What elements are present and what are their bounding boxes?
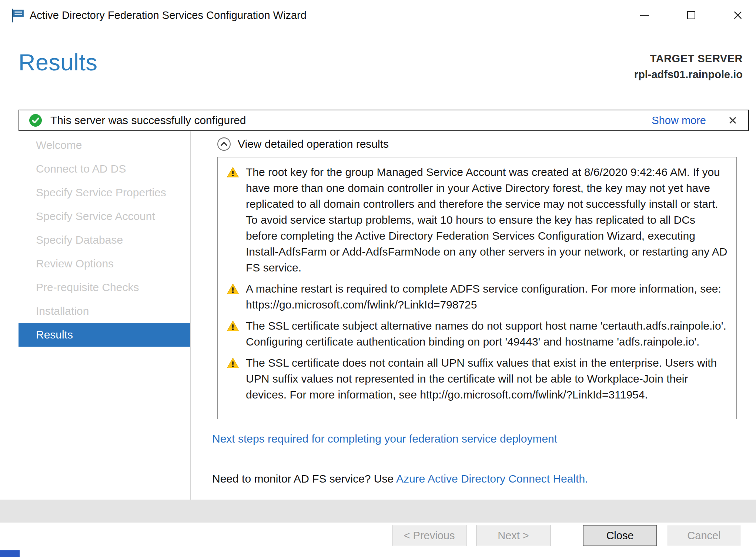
close-icon [733,10,743,20]
sidebar-item-connect-to-ad-ds[interactable]: Connect to AD DS [19,157,190,181]
page-title: Results [19,49,98,76]
sidebar-item-specify-service-properties[interactable]: Specify Service Properties [19,181,190,204]
warning-text: A machine restart is required to complet… [246,281,727,313]
warning-icon [227,166,239,178]
maximize-button[interactable] [675,0,707,30]
banner-close-button[interactable] [725,113,740,128]
wizard-steps-sidebar: Welcome Connect to AD DS Specify Service… [19,133,190,347]
cancel-button[interactable]: Cancel [667,525,741,546]
taskbar-fragment [0,550,20,557]
view-detailed-results-label: View detailed operation results [238,138,389,150]
sidebar-item-installation[interactable]: Installation [19,299,190,323]
window-title: Active Directory Federation Services Con… [30,0,307,30]
maximize-icon [687,11,695,19]
warning-text: The SSL certificate subject alternative … [246,318,727,350]
sidebar-item-specify-service-account[interactable]: Specify Service Account [19,204,190,228]
warning-icon [227,320,239,332]
sidebar-item-results[interactable]: Results [19,323,190,347]
target-server-value: rpl-adfs01.rainpole.io [634,69,743,81]
sidebar-item-specify-database[interactable]: Specify Database [19,228,190,252]
adfs-configuration-wizard-window: Active Directory Federation Services Con… [0,0,756,557]
close-button[interactable]: Close [583,525,657,546]
footer-separator-strip [0,500,756,523]
banner-message: This server was successfully configured [50,114,246,127]
banner-close-icon [728,116,737,125]
app-icon [10,7,26,24]
operation-results-box: The root key for the group Managed Servi… [217,157,737,419]
warning-text: The root key for the group Managed Servi… [246,164,727,276]
sidebar-divider [190,131,191,501]
sidebar-item-welcome[interactable]: Welcome [19,133,190,157]
warning-item: A machine restart is required to complet… [227,281,727,313]
view-detailed-results-toggle[interactable]: View detailed operation results [217,137,389,151]
target-server-block: TARGET SERVER rpl-adfs01.rainpole.io [634,53,743,81]
minimize-icon [640,15,649,16]
chevron-up-icon [217,137,231,151]
next-button[interactable]: Next > [476,525,551,546]
monitor-text: Need to monitor AD FS service? Use [212,473,396,485]
warning-icon [227,283,239,295]
warning-text: The SSL certificate does not contain all… [246,355,727,403]
previous-button[interactable]: < Previous [392,525,466,546]
show-more-link[interactable]: Show more [652,114,706,127]
warning-item: The root key for the group Managed Servi… [227,164,727,276]
sidebar-item-pre-requisite-checks[interactable]: Pre-requisite Checks [19,276,190,299]
target-server-label: TARGET SERVER [634,53,743,65]
monitor-line: Need to monitor AD FS service? Use Azure… [212,473,588,485]
next-steps-link[interactable]: Next steps required for completing your … [212,433,557,445]
window-close-button[interactable] [722,0,754,30]
warning-item: The SSL certificate subject alternative … [227,318,727,350]
sidebar-item-review-options[interactable]: Review Options [19,252,190,276]
azure-ad-connect-health-link[interactable]: Azure Active Directory Connect Health. [396,473,588,485]
warning-icon [227,357,239,369]
success-banner: This server was successfully configured … [19,110,749,131]
warning-item: The SSL certificate does not contain all… [227,355,727,403]
success-check-icon [29,114,42,127]
title-bar: Active Directory Federation Services Con… [0,0,756,30]
minimize-button[interactable] [629,0,660,30]
